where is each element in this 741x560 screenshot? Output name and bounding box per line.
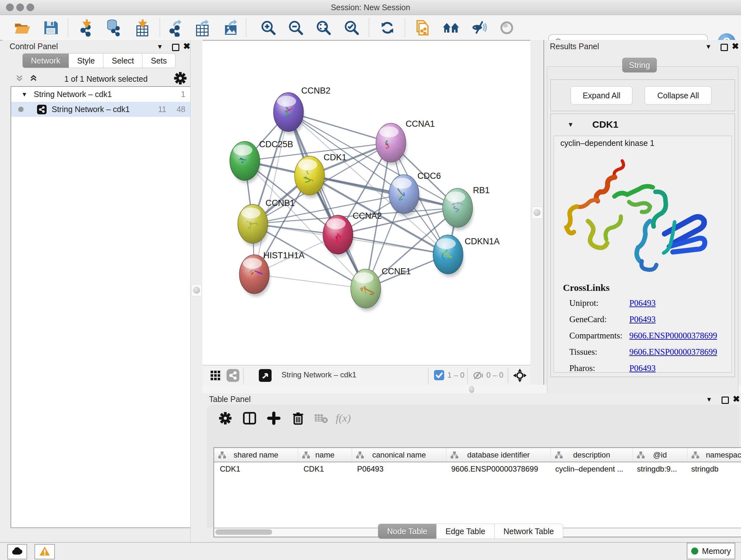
table-panel: Table Panel ▼ ✖ f(x) shared namenamecano… [202,393,741,542]
export-image-icon[interactable] [222,18,241,37]
import-table-icon[interactable] [133,18,152,37]
fit-content-crosshair-icon[interactable] [511,366,529,385]
column-header-namespace[interactable]: namespace [687,448,741,462]
tab-select[interactable]: Select [104,53,142,68]
tab-sets[interactable]: Sets [143,53,176,68]
expand-all-button[interactable]: Expand All [570,86,632,105]
crosslink-link[interactable]: P06493 [629,363,656,373]
network-node-CCNB2[interactable] [273,92,304,134]
table-cell: CDK1 [298,464,351,474]
network-node-RB1[interactable] [443,188,473,230]
tab-network-table[interactable]: Network Table [495,523,563,539]
column-header-canonical-name[interactable]: canonical name [352,448,446,462]
right-panel-divider[interactable] [530,40,543,385]
control-panel-float-icon[interactable] [172,44,179,51]
table-panel-close-icon[interactable]: ✖ [733,394,740,404]
network-status-dot [18,107,23,112]
network-options-gear-icon[interactable] [174,72,187,86]
delete-column-icon[interactable] [289,409,307,427]
table-panel-float-icon[interactable] [722,396,729,404]
warning-button[interactable] [35,544,55,559]
tree-expander-icon[interactable]: ▼ [21,91,27,98]
column-header-description[interactable]: description [550,448,632,462]
table-cell: CDK1 [214,464,298,474]
network-node-CDKN1A[interactable] [433,235,464,277]
show-panel-icon[interactable] [497,18,516,37]
network-node-CDC25B[interactable] [230,141,260,183]
crosslink-label: Pharos: [569,363,629,373]
memory-button[interactable]: Memory [687,543,735,559]
open-icon[interactable] [13,18,31,37]
crosslinks-list: Uniprot:P06493GeneCard:P06493Compartment… [569,295,729,376]
results-panel-collapse-icon[interactable]: ▼ [705,43,712,51]
results-panel-float-icon[interactable] [721,44,728,51]
card-expander-icon[interactable]: ▼ [567,121,574,128]
tab-edge-table[interactable]: Edge Table [436,523,495,539]
right-divider-handle[interactable] [534,209,541,216]
network-node-HIST1H1A[interactable] [239,255,270,297]
table-panel-title: Table Panel [209,395,251,404]
cloud-icon [11,547,23,557]
crosslink-link[interactable]: P06493 [629,298,656,308]
column-sort-icon [691,451,699,461]
crosslink-link[interactable]: 9606.ENSP00000378699 [629,331,717,341]
tab-node-table[interactable]: Node Table [378,523,436,539]
table-panel-collapse-icon[interactable]: ▼ [706,396,712,403]
expand-all-icon[interactable] [29,74,38,84]
selected-checkbox-icon[interactable] [434,370,444,381]
control-panel-close-icon[interactable]: ✖ [183,41,191,51]
network-node-CCNA2[interactable] [323,215,354,257]
string-badge-icon[interactable] [224,366,242,385]
network-node-CCNA1[interactable] [376,123,407,165]
detach-view-icon[interactable] [256,366,274,385]
export-table-icon[interactable] [194,18,212,37]
table-options-gear-icon[interactable] [216,409,234,427]
home-icon[interactable] [442,18,460,37]
crosslink-link[interactable]: P06493 [629,314,656,324]
zoom-fit-icon[interactable] [314,18,333,37]
create-column-icon[interactable] [265,409,283,427]
network-row[interactable]: String Network – cdk1 11 48 [11,102,191,117]
control-panel-collapse-icon[interactable]: ▼ [157,43,163,51]
left-divider-handle[interactable] [193,287,200,294]
zoom-out-icon[interactable] [286,18,305,37]
column-header-name[interactable]: name [298,448,352,462]
zoom-in-icon[interactable] [259,18,278,37]
clone-network-icon[interactable] [413,18,431,37]
results-panel-close-icon[interactable]: ✖ [732,41,739,51]
birdseye-grid-icon[interactable] [206,366,225,385]
collapse-all-icon[interactable] [15,74,24,84]
save-icon[interactable] [42,18,60,37]
collection-count: 1 [181,90,185,99]
export-network-icon[interactable] [166,18,185,37]
results-panel-title: Results Panel [550,42,599,51]
network-node-CCNE1[interactable] [351,269,381,311]
network-node-CDC6[interactable] [389,175,420,216]
network-canvas[interactable]: CCNB2CCNA1CDC25BCDK1CDC6RB1CCNB1CCNA2CDK… [202,41,530,365]
column-header-database-identifier[interactable]: database identifier [446,448,550,462]
show-columns-icon[interactable] [241,409,259,427]
network-node-CCNB1[interactable] [238,204,268,246]
column-header-shared-name[interactable]: shared name [214,448,298,462]
collapse-all-button[interactable]: Collapse All [645,86,712,105]
hide-panel-icon[interactable] [469,18,488,37]
import-network-icon[interactable] [77,18,96,37]
crosslink-link[interactable]: 9606.ENSP00000378699 [629,347,717,357]
zoom-selected-icon[interactable] [342,18,361,37]
function-builder-icon[interactable]: f(x) [336,409,351,427]
delete-table-icon[interactable] [312,409,330,427]
column-header--id[interactable]: @id [632,448,687,462]
left-panel-divider[interactable] [190,40,203,542]
scrollbar-thumb[interactable] [215,530,272,535]
import-database-icon[interactable] [105,18,123,37]
cloud-button[interactable] [7,544,27,559]
network-label: String Network – cdk1 [52,105,130,114]
network-collection-row[interactable]: ▼ String Network – cdk1 1 [11,87,191,102]
refresh-icon[interactable] [378,18,397,37]
network-node-CDK1[interactable] [294,156,325,198]
tab-string[interactable]: String [622,58,657,72]
tab-style[interactable]: Style [69,53,104,68]
table-row[interactable]: CDK1CDK1P064939606.ENSP00000378699cyclin… [214,462,741,476]
tab-network[interactable]: Network [22,53,69,68]
bottom-divider-handle[interactable] [469,386,474,393]
